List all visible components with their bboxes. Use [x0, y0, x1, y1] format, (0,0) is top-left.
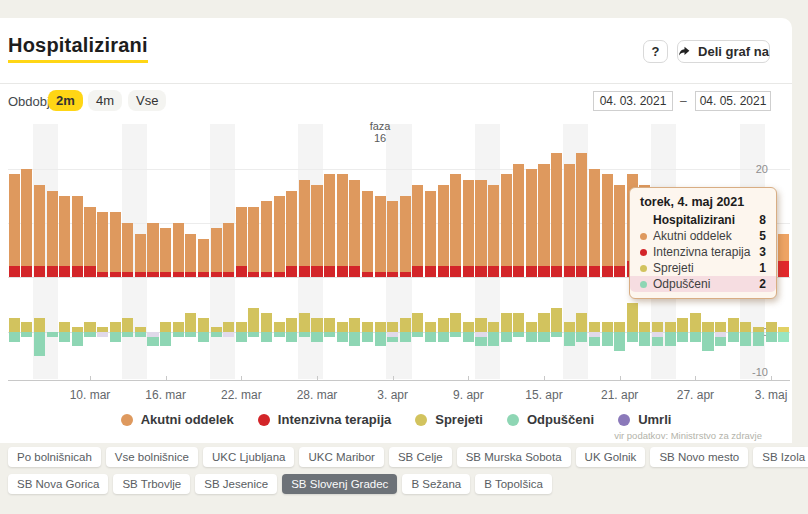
- legend-item-intenzivna-terapija[interactable]: Intenzivna terapija: [258, 412, 391, 427]
- hospital-filter-sb-jesenice[interactable]: SB Jesenice: [195, 474, 277, 494]
- legend-label: Akutni oddelek: [141, 412, 234, 427]
- tooltip-row-value: 1: [759, 261, 766, 275]
- period-button-4m[interactable]: 4m: [88, 90, 122, 111]
- tooltip-row-value: 2: [759, 277, 766, 291]
- hospital-filter-sb-nova-gorica[interactable]: SB Nova Gorica: [8, 474, 108, 494]
- hospital-filter-b-topolšica[interactable]: B Topolšica: [475, 474, 552, 494]
- hospital-filter-ukc-maribor[interactable]: UKC Maribor: [299, 447, 383, 467]
- series-dot-icon: [640, 281, 647, 288]
- legend-dot-icon: [258, 414, 270, 426]
- legend-item-akutni-oddelek[interactable]: Akutni oddelek: [121, 412, 234, 427]
- legend-dot-icon: [618, 414, 630, 426]
- tooltip-row-sprejeti: Sprejeti1: [640, 260, 766, 276]
- hospital-filter-sb-izola[interactable]: SB Izola: [753, 447, 808, 467]
- hospital-filter-b-sežana[interactable]: B Sežana: [402, 474, 470, 494]
- legend-label: Sprejeti: [435, 412, 483, 427]
- tooltip-row-value: 3: [759, 245, 766, 259]
- date-from-input[interactable]: [593, 91, 673, 111]
- hospital-filter-sb-murska-sobota[interactable]: SB Murska Sobota: [457, 447, 571, 467]
- tooltip-row-odpuščeni: Odpuščeni2: [630, 276, 776, 292]
- page-title: Hospitalizirani: [8, 34, 148, 63]
- tooltip-row-label: Sprejeti: [653, 261, 759, 275]
- legend-dot-icon: [121, 414, 133, 426]
- tooltip-row-value: 5: [759, 229, 766, 243]
- series-dot-icon: [640, 233, 647, 240]
- legend-item-umrli[interactable]: Umrli: [618, 412, 671, 427]
- hospital-filter-row-2: SB Nova GoricaSB TrbovljeSB JeseniceSB S…: [8, 474, 552, 494]
- hospital-filter-ukc-ljubljana[interactable]: UKC Ljubljana: [203, 447, 295, 467]
- hospital-filter-sb-novo-mesto[interactable]: SB Novo mesto: [650, 447, 748, 467]
- period-button-vse[interactable]: Vse: [128, 90, 166, 111]
- help-button[interactable]: ?: [643, 40, 668, 63]
- share-button-label: Deli graf na: [698, 44, 769, 59]
- legend-label: Umrli: [638, 412, 671, 427]
- legend-dot-icon: [507, 414, 519, 426]
- tooltip-total-value: 8: [759, 213, 766, 227]
- series-dot-icon: [640, 265, 647, 272]
- chart-tooltip: torek, 4. maj 2021 Hospitalizirani 8 Aku…: [629, 187, 777, 299]
- hospital-filter-po-bolnišnicah[interactable]: Po bolnišnicah: [8, 447, 101, 467]
- legend-item-odpuščeni[interactable]: Odpuščeni: [507, 412, 594, 427]
- tooltip-row-akutni-oddelek: Akutni oddelek5: [640, 228, 766, 244]
- legend-label: Odpuščeni: [527, 412, 594, 427]
- tooltip-total-label: Hospitalizirani: [653, 213, 759, 227]
- tooltip-date: torek, 4. maj 2021: [640, 195, 766, 209]
- legend-dot-icon: [415, 414, 427, 426]
- hospital-filter-sb-slovenj-gradec[interactable]: SB Slovenj Gradec: [282, 474, 397, 494]
- hospital-filter-sb-trbovlje[interactable]: SB Trbovlje: [113, 474, 190, 494]
- hospital-filter-uk-golnik[interactable]: UK Golnik: [576, 447, 646, 467]
- tooltip-row-intenzivna-terapija: Intenzivna terapija3: [640, 244, 766, 260]
- data-source: vir podatkov: Ministrstvo za zdravje: [614, 430, 762, 441]
- legend-item-sprejeti[interactable]: Sprejeti: [415, 412, 483, 427]
- tooltip-row-label: Akutni oddelek: [653, 229, 759, 243]
- hospital-filter-sb-celje[interactable]: SB Celje: [389, 447, 452, 467]
- series-dot-icon: [640, 249, 647, 256]
- date-to-input[interactable]: [695, 91, 771, 111]
- legend-label: Intenzivna terapija: [278, 412, 391, 427]
- tooltip-row-label: Odpuščeni: [653, 277, 759, 291]
- date-range-separator: –: [680, 94, 687, 108]
- share-icon: [678, 45, 691, 58]
- help-button-label: ?: [652, 44, 660, 59]
- hospital-filter-row-1: Po bolnišnicahVse bolnišniceUKC Ljubljan…: [8, 447, 808, 467]
- tooltip-row-label: Intenzivna terapija: [653, 245, 759, 259]
- chart-legend: Akutni oddelekIntenzivna terapijaSprejet…: [0, 412, 792, 427]
- share-button[interactable]: Deli graf na: [677, 40, 770, 63]
- period-button-2m[interactable]: 2m: [48, 90, 83, 111]
- divider: [0, 83, 792, 84]
- page: Hospitalizirani ? Deli graf na Obdobje 2…: [0, 0, 808, 514]
- hospital-filter-vse-bolnišnice[interactable]: Vse bolnišnice: [106, 447, 198, 467]
- tooltip-total-row: Hospitalizirani 8: [640, 212, 766, 228]
